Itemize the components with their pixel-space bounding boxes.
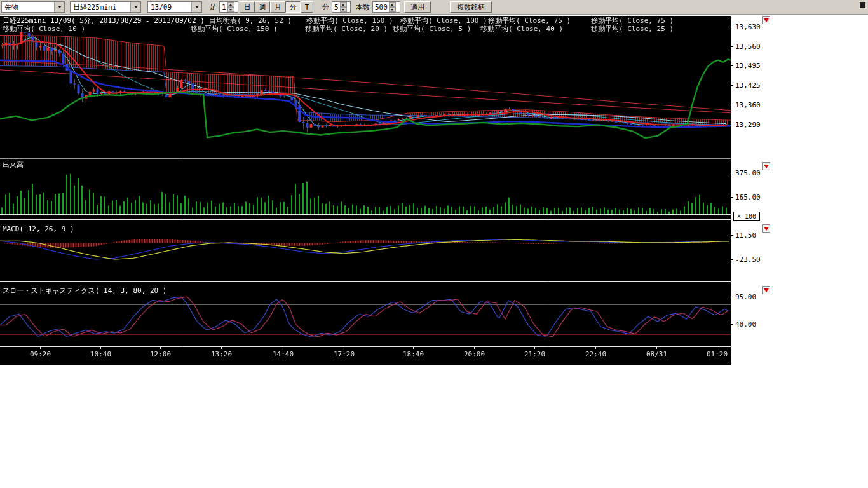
chart-canvas[interactable] bbox=[0, 16, 731, 365]
axis-tick bbox=[731, 197, 733, 198]
minutes-label: 分 bbox=[322, 3, 329, 12]
bar-count-value: 500 bbox=[375, 3, 388, 11]
axis-tick bbox=[731, 173, 733, 173]
axis-tick bbox=[731, 65, 733, 66]
bar-count-spinner[interactable] bbox=[389, 2, 396, 12]
interval-spinner[interactable] bbox=[227, 2, 234, 12]
series-legend: 移動平均( Close, 5 ) bbox=[393, 25, 471, 33]
price-axis-label: 13,630 bbox=[735, 23, 761, 31]
time-axis-label: 09:20 bbox=[30, 351, 51, 358]
minutes-spinner[interactable] bbox=[340, 2, 347, 12]
price-axis-label: 13,360 bbox=[735, 101, 761, 109]
triangle-down-icon bbox=[764, 165, 769, 168]
category-select-value: 先物 bbox=[4, 3, 18, 12]
contract-month-select[interactable]: 13/09 bbox=[147, 1, 202, 13]
axis-tick bbox=[731, 27, 733, 27]
chart-area: 日経225mini 13/09( 5分, 2013/08/29 - 2013/0… bbox=[0, 16, 731, 365]
series-legend: 移動平均( Close, 40 ) bbox=[480, 25, 563, 33]
time-axis-label: 21:20 bbox=[524, 351, 545, 358]
period-tick-button[interactable]: T bbox=[301, 1, 313, 13]
series-legend: 移動平均( Close, 150 ) bbox=[191, 25, 278, 33]
series-legend: 移動平均( Close, 75 ) bbox=[591, 17, 674, 25]
axis-tick bbox=[731, 259, 733, 260]
time-axis-label: 14:40 bbox=[273, 351, 294, 358]
axis-tick bbox=[731, 235, 733, 236]
chevron-down-icon bbox=[54, 2, 64, 12]
price-axis-label: 13,425 bbox=[735, 81, 761, 90]
axis-tick bbox=[731, 324, 733, 325]
macd-axis-label: 11.50 bbox=[735, 231, 756, 240]
category-select[interactable]: 先物 bbox=[1, 1, 65, 13]
macd-pane-title: MACD( 12, 26, 9 ) bbox=[3, 226, 74, 233]
bar-count-label: 本数 bbox=[356, 3, 370, 12]
time-axis-label: 01:20 bbox=[707, 351, 728, 358]
time-axis-label: 22:40 bbox=[585, 351, 606, 358]
axis-tick bbox=[731, 46, 733, 47]
price-axis-label: 13,495 bbox=[735, 62, 761, 70]
chart-title: 日経225mini 13/09( 5分, 2013/08/29 - 2013/0… bbox=[3, 17, 205, 25]
triangle-down-icon bbox=[764, 288, 769, 292]
price-pane-scroll-button[interactable] bbox=[762, 16, 770, 24]
macd-pane-scroll-button[interactable] bbox=[762, 224, 770, 233]
triangle-down-icon bbox=[764, 18, 769, 22]
minutes-input[interactable]: 5 bbox=[332, 1, 351, 13]
series-legend: 移動平均( Close, 150 ) bbox=[306, 17, 393, 25]
stoch-axis-label: 95.00 bbox=[735, 293, 756, 301]
price-axis-label: 13,290 bbox=[735, 121, 761, 129]
time-axis-label: 18:40 bbox=[403, 351, 424, 358]
price-axis: 13,630 13,560 13,495 13,425 13,360 13,29… bbox=[731, 16, 775, 365]
minutes-value: 5 bbox=[334, 3, 339, 11]
stoch-pane-scroll-button[interactable] bbox=[762, 286, 770, 294]
time-axis-label: 13:20 bbox=[211, 351, 232, 358]
stoch-axis-label: 40.00 bbox=[735, 320, 756, 329]
interval-input[interactable]: 1 bbox=[219, 1, 238, 13]
price-axis-label: 13,560 bbox=[735, 43, 761, 51]
contract-month-select-value: 13/09 bbox=[151, 3, 172, 11]
symbol-select[interactable]: 日経225mini bbox=[70, 1, 141, 13]
apply-button[interactable]: 適用 bbox=[404, 1, 431, 13]
chevron-down-icon bbox=[130, 2, 140, 12]
period-day-button[interactable]: 日 bbox=[240, 1, 255, 13]
multi-symbol-button[interactable]: 複数銘柄 bbox=[450, 1, 492, 13]
series-legend: 一目均衡表( 9, 26, 52 ) bbox=[202, 17, 292, 25]
triangle-down-icon bbox=[764, 227, 769, 231]
axis-tick bbox=[731, 297, 733, 297]
interval-value: 1 bbox=[222, 3, 226, 11]
bar-type-label: 足 bbox=[210, 3, 217, 12]
period-minute-button[interactable]: 分 bbox=[285, 1, 301, 13]
series-legend: 移動平均( Close, 75 ) bbox=[488, 17, 571, 25]
trading-app: 先物 日経225mini 13/09 足 1 日 週 月 分 T 分 5 本数 … bbox=[0, 0, 868, 488]
time-axis-label: 10:40 bbox=[90, 351, 111, 358]
time-axis-label: 12:00 bbox=[150, 351, 171, 358]
series-legend: 移動平均( Close, 20 ) bbox=[305, 25, 388, 33]
series-legend: 移動平均( Close, 100 ) bbox=[400, 17, 487, 25]
toolbar: 先物 日経225mini 13/09 足 1 日 週 月 分 T 分 5 本数 … bbox=[0, 0, 868, 15]
period-week-button[interactable]: 週 bbox=[255, 1, 270, 13]
bar-count-input[interactable]: 500 bbox=[372, 1, 400, 13]
chevron-down-icon bbox=[191, 2, 201, 12]
time-axis-label: 17:20 bbox=[334, 351, 355, 358]
symbol-select-value: 日経225mini bbox=[73, 3, 116, 12]
period-month-button[interactable]: 月 bbox=[270, 1, 285, 13]
volume-pane-scroll-button[interactable] bbox=[762, 162, 770, 170]
time-axis-label: 20:00 bbox=[464, 351, 485, 358]
macd-multiplier-badge: × 100 bbox=[733, 212, 760, 221]
volume-axis-label: 165.00 bbox=[735, 193, 761, 201]
series-legend: 移動平均( Close, 10 ) bbox=[3, 25, 85, 33]
time-axis-label: 08/31 bbox=[646, 351, 667, 358]
axis-tick bbox=[731, 125, 733, 125]
volume-axis-label: 375.00 bbox=[735, 169, 761, 177]
window-corner-mark bbox=[860, 2, 865, 8]
volume-pane-title: 出来高 bbox=[3, 161, 24, 169]
stochastics-pane-title: スロー・ストキャスティクス( 14, 3, 80, 20 ) bbox=[3, 287, 166, 295]
series-legend: 移動平均( Close, 25 ) bbox=[591, 25, 674, 33]
macd-axis-label: -23.50 bbox=[735, 255, 761, 264]
axis-tick bbox=[731, 105, 733, 105]
axis-tick bbox=[731, 85, 733, 86]
